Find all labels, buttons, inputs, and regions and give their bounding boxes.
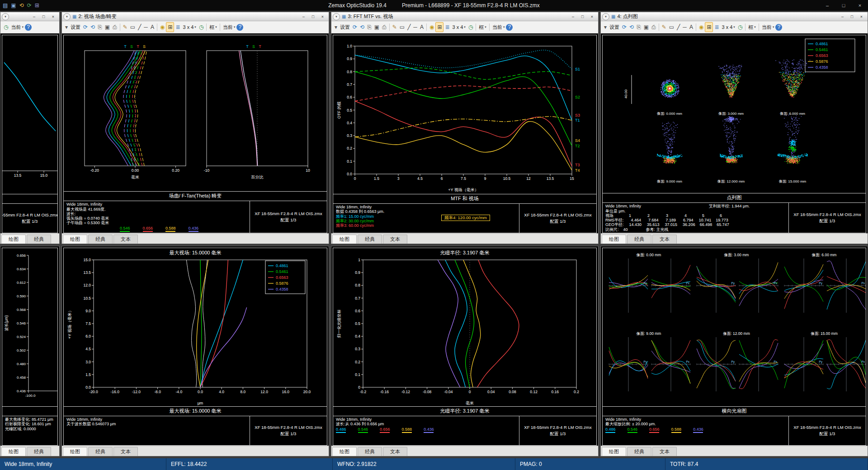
grid-size-select[interactable]: 3 x 4▾ [182,23,198,32]
auto-update-clock-icon[interactable]: ◷ [467,23,474,32]
copy-icon[interactable]: ⎘ [366,23,373,32]
view-tab-1[interactable]: 经典 [88,235,113,244]
window-titlebar[interactable]: ▾ ▦ 2: 视场 场曲/畸变 – □ × [62,12,329,21]
view-tab-2[interactable]: 文本 [113,235,138,244]
rect-annotation-icon[interactable]: ▭ [398,23,406,32]
copy-icon[interactable]: ⎘ [635,23,642,32]
frame-select[interactable]: 框▾ [208,23,218,32]
settings-button[interactable]: 设置 [608,23,621,32]
collapse-icon[interactable]: ▾ [64,23,69,32]
collapse-chevron-icon[interactable]: ▾ [333,13,340,20]
view-tab-1[interactable]: 经典 [27,447,51,456]
line-annotation-icon[interactable]: ╱ [675,23,681,32]
collapse-chevron-icon[interactable]: ▾ [63,13,71,20]
close-button[interactable]: × [587,13,597,20]
highlight-icon[interactable]: ◉ [159,23,166,32]
layers-icon[interactable]: ≣ [174,23,181,32]
settings-button[interactable]: 设置 [339,23,351,32]
lateral-color-plot[interactable]: 最大视场: 15.0000 毫米-20.0-16.0-12.0-8.0-4.00… [63,248,327,407]
view-tab-2[interactable]: 文本 [383,235,407,244]
view-tab-0[interactable]: 绘图 [602,447,626,456]
view-tab-1[interactable]: 经典 [627,235,651,244]
refresh-icon[interactable]: ⟳ [621,23,628,32]
dash-annotation-icon[interactable]: ─ [142,23,149,32]
layers-icon[interactable]: ≣ [713,23,720,32]
maximize-button[interactable]: □ [578,13,587,20]
view-tab-0[interactable]: 绘图 [1,447,26,456]
collapse-chevron-icon[interactable]: ▾ [2,13,9,20]
view-tab-2[interactable]: 文本 [652,235,677,244]
close-button[interactable]: × [318,13,327,20]
app-close-button[interactable]: × [852,0,868,11]
view-tab-0[interactable]: 绘图 [602,235,626,244]
save-icon[interactable]: ▣ [642,23,650,32]
view-tab-2[interactable]: 文本 [383,447,407,456]
window-titlebar[interactable]: ▾ – □ × [0,12,59,21]
view-tab-0[interactable]: 绘图 [332,447,357,456]
text-annotation-icon[interactable]: A [419,23,425,32]
view-tab-2[interactable]: 文本 [113,447,138,456]
collapse-icon[interactable]: ▾ [603,23,608,32]
auto-update-clock-icon[interactable]: ◷ [198,23,205,32]
rect-annotation-icon[interactable]: ▭ [668,23,675,32]
frame-select[interactable]: 框▾ [477,23,488,32]
collapse-icon[interactable]: ▾ [333,23,339,32]
minimize-button[interactable]: – [568,13,578,20]
view-tab-1[interactable]: 经典 [358,235,382,244]
auto-update-clock-icon[interactable]: ◷ [2,23,9,32]
redo-icon[interactable]: ⟳ [27,3,32,8]
layers-icon[interactable]: ≣ [443,23,451,32]
pencil-icon[interactable]: ✎ [122,23,129,32]
line-annotation-icon[interactable]: ╱ [406,23,412,32]
view-tab-0[interactable]: 绘图 [1,235,26,244]
text-annotation-icon[interactable]: A [688,23,694,32]
refresh-icon[interactable]: ⟳ [351,23,359,32]
collapse-chevron-icon[interactable]: ▾ [602,13,609,20]
save-icon[interactable]: ▣ [11,3,16,8]
window-titlebar[interactable]: ▾ ▦ 3: FFT MTF vs. 视场 – □ × [331,12,598,21]
maximize-button[interactable]: □ [308,13,318,20]
ray-fan-plot[interactable]: 像面: 0.00 mmPyPx像面: 3.00 mmPyPx像面: 6.00 m… [602,248,866,407]
view-tab-0[interactable]: 绘图 [63,235,87,244]
dash-annotation-icon[interactable]: ─ [412,23,419,32]
view-tab-1[interactable]: 经典 [88,447,113,456]
chromatic-focal-shift-plot-partial[interactable]: 0.6560.6340.6120.5900.5680.5460.5240.502… [2,248,58,407]
app-maximize-button[interactable]: □ [835,0,852,11]
print-icon[interactable]: ⎙ [111,23,118,32]
grid-size-select[interactable]: 3 x 4▾ [451,23,467,32]
refresh-all-icon[interactable]: ⟲ [628,23,635,32]
app-minimize-button[interactable]: – [819,0,835,11]
config-current-select[interactable]: 当前▾ [222,23,237,32]
highlight-icon[interactable]: ◉ [428,23,435,32]
grid-size-select[interactable]: 3 x 4▾ [721,23,736,32]
mtf-vs-field-plot[interactable]: 01.534.567.5910.51213.5150.00.10.20.30.4… [333,35,597,194]
view-tab-0[interactable]: 绘图 [332,235,357,244]
close-button[interactable]: × [857,13,866,20]
rect-annotation-icon[interactable]: ▭ [129,23,137,32]
pencil-icon[interactable]: ✎ [660,23,668,32]
save-icon[interactable]: ▣ [373,23,381,32]
grid-layout-icon[interactable]: ⊞ [435,22,443,32]
view-tab-0[interactable]: 绘图 [63,447,87,456]
longitudinal-aberration-plot[interactable]: 光瞳半径: 3.1907 毫米-0.2-0.16-0.12-0.08-0.040… [333,248,597,407]
auto-update-clock-icon[interactable]: ◷ [736,23,744,32]
config-current-select[interactable]: 当前▾ [760,23,776,32]
frame-select[interactable]: 框▾ [747,23,757,32]
grid-layout-icon[interactable]: ⊞ [166,22,174,32]
help-icon[interactable]: ? [775,24,782,31]
line-annotation-icon[interactable]: ╱ [137,23,142,32]
minimize-button[interactable]: – [29,13,39,20]
quick-setup-icon[interactable]: ⊞ [35,3,39,8]
view-tab-2[interactable]: 文本 [652,447,677,456]
save-icon[interactable]: ▣ [104,23,111,32]
new-file-icon[interactable]: ▤ [3,3,8,8]
highlight-icon[interactable]: ◉ [698,23,705,32]
minimize-button[interactable]: – [299,13,308,20]
relative-illumination-plot-partial[interactable]: 13.515.0 [2,35,58,194]
minimize-button[interactable]: – [838,13,847,20]
refresh-all-icon[interactable]: ⟲ [359,23,366,32]
copy-icon[interactable]: ⎘ [96,23,104,32]
field-curvature-distortion-plot[interactable]: -0.200.000.20-1010TSTS毫米TST百分比 [63,35,327,192]
settings-button[interactable]: 设置 [69,23,82,32]
grid-layout-icon[interactable]: ⊞ [705,22,713,32]
